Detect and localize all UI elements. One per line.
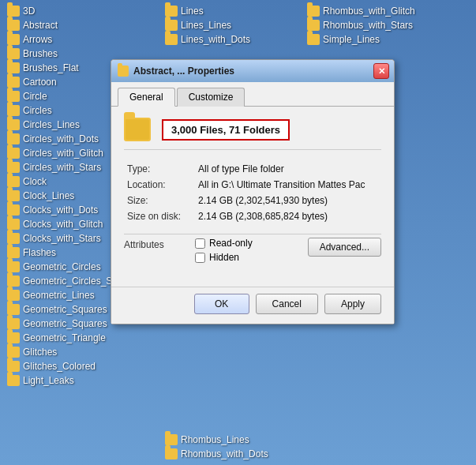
advanced-button[interactable]: Advanced... [308,238,381,257]
file-info-header: 3,000 Files, 71 Folders [124,118,381,150]
hidden-checkbox[interactable] [195,253,205,263]
list-item[interactable]: Light_Leaks [4,373,118,388]
table-row: Type: All of type File folder [124,161,381,177]
list-item[interactable]: Glitches [4,345,118,359]
list-item[interactable]: Circles_with_Dots [4,132,118,146]
list-item[interactable]: Simple_Lines [304,32,476,47]
list-item[interactable]: Circles_with_Glitch [4,146,118,160]
list-item[interactable]: 3D [4,4,118,18]
list-item[interactable]: Lines [162,4,276,18]
type-value: All of type File folder [195,161,381,177]
folder-list-right: Rhombus_with_Glitch Rhombus_with_Stars S… [300,0,476,51]
dialog-titlebar: Abstract, ... Properties ✕ [111,60,394,82]
list-item[interactable]: Geometric_Squares [4,302,118,317]
location-value: All in G:\ Ultimate Transition Mattes Pa… [195,177,381,193]
list-item[interactable]: Circle [4,89,118,103]
dialog-title: Abstract, ... Properties [133,66,234,77]
list-item[interactable]: Lines_Lines [162,18,276,32]
folder-icon [118,66,129,77]
list-item[interactable]: Clocks_with_Dots [4,203,118,217]
type-label: Type: [124,161,195,177]
close-button[interactable]: ✕ [373,63,389,79]
folder-list-middle: Lines Lines_Lines Lines_with_Dots [158,0,280,51]
list-item[interactable]: Circles_Lines [4,118,118,132]
list-item[interactable]: Clocks_with_Glitch [4,217,118,231]
list-item[interactable]: Arrows [4,32,118,47]
location-label: Location: [124,177,195,193]
list-item[interactable]: Geometric_Circles [4,260,118,274]
desktop: 3D Abstract Arrows Brushes Brushes_Flat … [0,0,476,465]
list-item[interactable]: Flashes [4,246,118,260]
list-item[interactable]: Circles_with_Stars [4,160,118,174]
tab-customize[interactable]: Customize [177,88,245,107]
ok-button[interactable]: OK [194,294,249,314]
table-row: Size on disk: 2.14 GB (2,308,685,824 byt… [124,208,381,224]
list-item[interactable]: Glitches_Colored [4,359,118,373]
readonly-label: Read-only [209,238,253,249]
file-count-box: 3,000 Files, 71 Folders [162,119,290,141]
dialog-content: 3,000 Files, 71 Folders Type: All of typ… [111,107,394,287]
table-row: Location: All in G:\ Ultimate Transition… [124,177,381,193]
list-item[interactable]: Rhombus_with_Dots [162,447,280,461]
properties-dialog: Abstract, ... Properties ✕ General Custo… [111,59,395,324]
dialog-title-area: Abstract, ... Properties [118,66,234,77]
size-value: 2.14 GB (2,302,541,930 bytes) [195,193,381,208]
checkboxes: Read-only Hidden [195,238,302,266]
list-item[interactable]: Clock [4,174,118,189]
list-item[interactable]: Cartoon [4,75,118,89]
list-item[interactable]: Geometric_Circles_S [4,274,118,288]
hidden-row: Hidden [195,252,302,263]
hidden-label: Hidden [209,252,239,263]
list-item[interactable]: Geometric_Triangle [4,331,118,345]
table-row: Size: 2.14 GB (2,302,541,930 bytes) [124,193,381,208]
list-item[interactable]: Circles [4,103,118,118]
properties-table: Type: All of type File folder Location: … [124,161,381,224]
tab-bar: General Customize [111,82,394,107]
readonly-checkbox[interactable] [195,238,205,249]
list-item[interactable]: Abstract [4,18,118,32]
list-item[interactable]: Geometric_Squares [4,317,118,331]
list-item[interactable]: Rhombus_Lines [162,433,280,447]
readonly-row: Read-only [195,238,302,249]
list-item[interactable]: Clock_Lines [4,189,118,203]
list-item[interactable]: Lines_with_Dots [162,32,276,47]
folder-list-bottom: Rhombus_Lines Rhombus_with_Dots [158,429,284,465]
list-item[interactable]: Brushes_Flat [4,61,118,75]
list-item[interactable]: Clocks_with_Stars [4,231,118,246]
tab-general[interactable]: General [118,88,175,107]
list-item[interactable]: Brushes [4,47,118,61]
folder-big-icon [124,118,151,141]
list-item[interactable]: Geometric_Lines [4,288,118,302]
attributes-label: Attributes [124,238,195,250]
attributes-section: Attributes Read-only Hidden Advanced... [124,234,381,266]
size-on-disk-label: Size on disk: [124,208,195,224]
folder-list-left: 3D Abstract Arrows Brushes Brushes_Flat … [0,0,122,392]
cancel-button[interactable]: Cancel [256,294,318,314]
size-label: Size: [124,193,195,208]
size-on-disk-value: 2.14 GB (2,308,685,824 bytes) [195,208,381,224]
list-item[interactable]: Rhombus_with_Glitch [304,4,476,18]
apply-button[interactable]: Apply [324,294,381,314]
list-item[interactable]: Rhombus_with_Stars [304,18,476,32]
dialog-buttons: OK Cancel Apply [111,287,394,324]
